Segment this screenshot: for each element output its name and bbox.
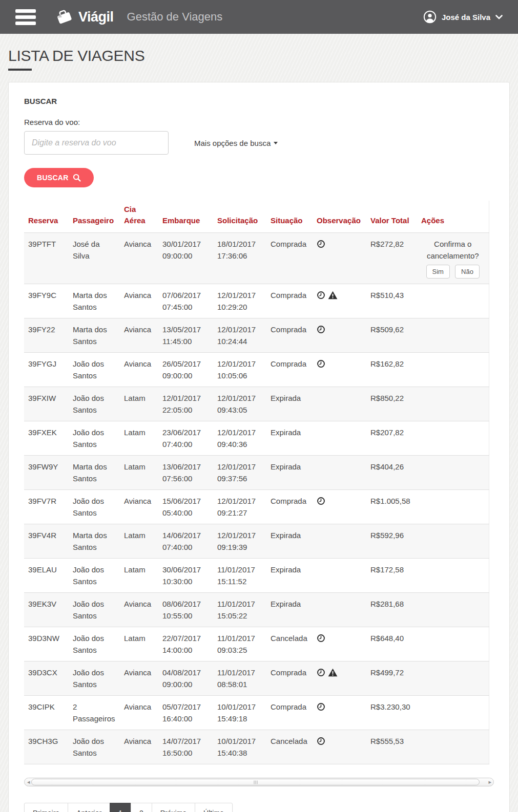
user-menu[interactable]: José da Silva bbox=[423, 10, 503, 24]
cia-aerea-cell: Avianca bbox=[120, 284, 158, 318]
embarque-cell: 30/06/2017 10:30:00 bbox=[158, 559, 213, 593]
solicitacao-cell: 12/01/2017 09:40:36 bbox=[213, 421, 266, 456]
table-row: 39ELAU João dos Santos Latam 30/06/2017 … bbox=[24, 559, 489, 593]
situacao-cell: Expirada bbox=[266, 593, 313, 627]
solicitacao-cell: 10/01/2017 15:40:38 bbox=[213, 730, 266, 764]
observacao-cell bbox=[313, 284, 366, 318]
valor-total-cell: R$648,40 bbox=[366, 627, 417, 661]
situacao-cell: Expirada bbox=[266, 387, 313, 421]
valor-total-cell: R$510,43 bbox=[366, 284, 417, 318]
reserva-cell: 39FY22 bbox=[24, 318, 69, 353]
situacao-cell: Cancelada bbox=[266, 627, 313, 661]
situacao-cell: Cancelada bbox=[266, 730, 313, 764]
brand-logo[interactable]: Viágil bbox=[55, 8, 114, 26]
cia-aerea-cell: Avianca bbox=[120, 353, 158, 387]
acoes-cell bbox=[417, 696, 489, 730]
scrollbar-right-arrow-icon[interactable]: ▸ bbox=[488, 778, 491, 786]
reservation-field-label: Reserva do voo: bbox=[24, 118, 494, 126]
scrollbar-grip-icon bbox=[254, 780, 257, 784]
pagination: PrimeiroAnterior12PróximoÚltimo bbox=[24, 803, 233, 812]
acoes-cell bbox=[417, 593, 489, 627]
table-row: 39D3NW João dos Santos Latam 22/07/2017 … bbox=[24, 627, 489, 661]
acoes-cell bbox=[417, 353, 489, 387]
solicitacao-cell: 18/01/2017 17:36:06 bbox=[213, 233, 266, 284]
situacao-cell: Expirada bbox=[266, 456, 313, 490]
embarque-cell: 14/06/2017 07:40:00 bbox=[158, 524, 213, 559]
observacao-cell bbox=[313, 318, 366, 353]
column-header: Reserva bbox=[24, 201, 69, 233]
clock-icon bbox=[317, 634, 325, 643]
passageiro-cell: João dos Santos bbox=[69, 387, 120, 421]
acoes-cell bbox=[417, 387, 489, 421]
table-row: 39EK3V João dos Santos Avianca 08/06/201… bbox=[24, 593, 489, 627]
solicitacao-cell: 12/01/2017 09:37:56 bbox=[213, 456, 266, 490]
embarque-cell: 26/05/2017 09:00:00 bbox=[158, 353, 213, 387]
situacao-cell: Comprada bbox=[266, 233, 313, 284]
reservation-search-input[interactable] bbox=[24, 131, 169, 155]
user-name: José da Silva bbox=[442, 13, 490, 22]
embarque-cell: 13/05/2017 11:45:00 bbox=[158, 318, 213, 353]
table-row: 39FV7R João dos Santos Avianca 15/06/201… bbox=[24, 490, 489, 524]
valor-total-cell: R$272,82 bbox=[366, 233, 417, 284]
cancel-confirm: Confirma o cancelamento? Sim Não bbox=[421, 238, 485, 279]
embarque-cell: 12/01/2017 22:05:00 bbox=[158, 387, 213, 421]
table-row: 39FXEK João dos Santos Latam 23/06/2017 … bbox=[24, 421, 489, 456]
passageiro-cell: João dos Santos bbox=[69, 353, 120, 387]
cia-aerea-cell: Latam bbox=[120, 627, 158, 661]
reserva-cell: 39EK3V bbox=[24, 593, 69, 627]
passageiro-cell: João dos Santos bbox=[69, 730, 120, 764]
passageiro-cell: José da Silva bbox=[69, 233, 120, 284]
table-header-row: ReservaPassageiroCia AéreaEmbarqueSolici… bbox=[24, 201, 489, 233]
observacao-cell bbox=[313, 524, 366, 559]
hamburger-menu-icon[interactable] bbox=[15, 9, 36, 25]
passageiro-cell: João dos Santos bbox=[69, 421, 120, 456]
table-row: 39FY9C Marta dos Santos Avianca 07/06/20… bbox=[24, 284, 489, 318]
valor-total-cell: R$162,82 bbox=[366, 353, 417, 387]
reserva-cell: 39FXIW bbox=[24, 387, 69, 421]
solicitacao-cell: 10/01/2017 15:49:18 bbox=[213, 696, 266, 730]
acoes-cell bbox=[417, 730, 489, 764]
embarque-cell: 08/06/2017 10:55:00 bbox=[158, 593, 213, 627]
search-button[interactable]: BUSCAR bbox=[24, 168, 94, 187]
observacao-cell bbox=[313, 559, 366, 593]
pagination-page-1[interactable]: 1 bbox=[110, 803, 131, 812]
confirm-yes-button[interactable]: Sim bbox=[426, 265, 450, 279]
search-button-label: BUSCAR bbox=[37, 174, 69, 182]
warning-icon bbox=[328, 291, 338, 300]
column-header: Embarque bbox=[158, 201, 213, 233]
pagination-first[interactable]: Primeiro bbox=[24, 803, 68, 812]
pagination-prev[interactable]: Anterior bbox=[68, 803, 110, 812]
confirm-no-button[interactable]: Não bbox=[455, 265, 480, 279]
caret-down-icon bbox=[274, 142, 278, 144]
valor-total-cell: R$404,26 bbox=[366, 456, 417, 490]
situacao-cell: Comprada bbox=[266, 696, 313, 730]
search-icon bbox=[73, 174, 81, 182]
situacao-cell: Comprada bbox=[266, 318, 313, 353]
trips-table: ReservaPassageiroCia AéreaEmbarqueSolici… bbox=[24, 201, 489, 764]
valor-total-cell: R$499,72 bbox=[366, 661, 417, 696]
scrollbar-left-arrow-icon[interactable]: ◂ bbox=[27, 778, 30, 786]
cia-aerea-cell: Latam bbox=[120, 559, 158, 593]
more-search-options-link[interactable]: Mais opções de busca bbox=[191, 138, 281, 148]
clock-icon bbox=[317, 668, 325, 677]
reserva-cell: 39FW9Y bbox=[24, 456, 69, 490]
more-search-options-label: Mais opções de busca bbox=[194, 139, 271, 147]
table-row: 39FYGJ João dos Santos Avianca 26/05/201… bbox=[24, 353, 489, 387]
situacao-cell: Comprada bbox=[266, 490, 313, 524]
cia-aerea-cell: Avianca bbox=[120, 593, 158, 627]
observacao-cell bbox=[313, 696, 366, 730]
pagination-next[interactable]: Próximo bbox=[152, 803, 195, 812]
situacao-cell: Expirada bbox=[266, 421, 313, 456]
pagination-last[interactable]: Último bbox=[195, 803, 233, 812]
horizontal-scrollbar[interactable]: ◂ ▸ bbox=[24, 778, 494, 786]
reserva-cell: 39FYGJ bbox=[24, 353, 69, 387]
embarque-cell: 22/07/2017 14:00:00 bbox=[158, 627, 213, 661]
passageiro-cell: João dos Santos bbox=[69, 490, 120, 524]
column-header: Cia Aérea bbox=[120, 201, 158, 233]
scrollbar-thumb[interactable] bbox=[31, 779, 480, 785]
solicitacao-cell: 12/01/2017 10:29:20 bbox=[213, 284, 266, 318]
reserva-cell: 39FV7R bbox=[24, 490, 69, 524]
reserva-cell: 39D3NW bbox=[24, 627, 69, 661]
pagination-page-2[interactable]: 2 bbox=[131, 803, 152, 812]
clock-icon bbox=[317, 291, 325, 300]
